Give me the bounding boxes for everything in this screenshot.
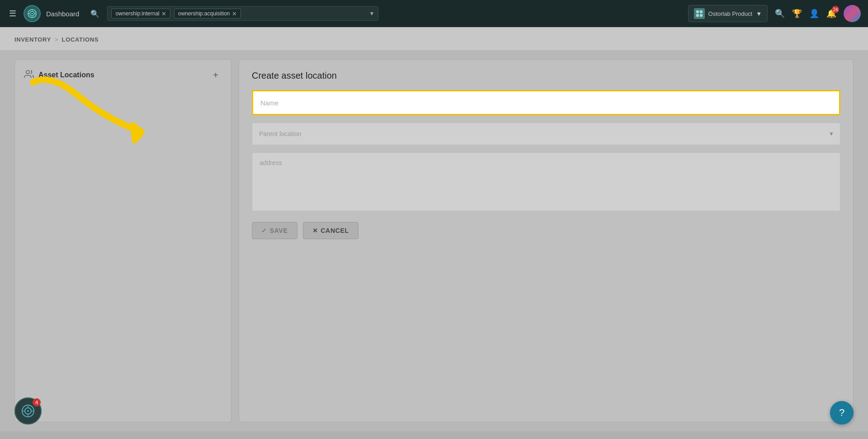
create-asset-location-panel: Create asset location ▼ Parent location … <box>239 59 854 422</box>
filter-tag-label: ownership:acquisition <box>178 10 230 17</box>
svg-rect-10 <box>700 14 703 17</box>
app-logo <box>24 5 41 22</box>
address-field-container <box>252 152 840 213</box>
svg-point-2 <box>32 13 33 14</box>
topnav-right-section: Ostorlab Product ▼ 🔍 🏆 👤 🔔 24 <box>688 5 861 22</box>
asset-locations-icon <box>24 69 34 81</box>
topnav-notifications-button[interactable]: 🔔 24 <box>826 9 836 19</box>
filter-tag-ownership-acquisition[interactable]: ownership:acquisition ✕ <box>174 9 241 19</box>
name-input[interactable] <box>252 90 840 115</box>
top-navigation: ☰ Dashboard 🔍 ownership:internal ✕ owner… <box>0 0 868 27</box>
left-panel-header: Asset Locations + <box>24 69 222 81</box>
save-checkmark-icon: ✓ <box>261 227 267 234</box>
name-field-container <box>252 90 840 115</box>
breadcrumb-separator: > <box>55 36 58 43</box>
topnav-search-button[interactable]: 🔍 <box>775 9 785 19</box>
breadcrumb-locations[interactable]: LOCATIONS <box>62 36 99 43</box>
notification-badge: 24 <box>832 6 839 13</box>
hamburger-menu-icon[interactable]: ☰ <box>7 7 18 20</box>
filter-bar: ownership:internal ✕ ownership:acquisiti… <box>107 6 378 21</box>
asset-locations-title: Asset Locations <box>38 71 94 79</box>
main-content: Asset Locations + Create asset location … <box>0 50 868 431</box>
add-asset-location-button[interactable]: + <box>209 69 222 81</box>
product-selector[interactable]: Ostorlab Product ▼ <box>688 5 768 22</box>
product-icon <box>694 8 705 19</box>
global-search-icon[interactable]: 🔍 <box>88 7 102 20</box>
asset-locations-panel: Asset Locations + <box>14 59 231 422</box>
cancel-x-icon: ✕ <box>312 227 318 234</box>
filter-tag-ownership-internal[interactable]: ownership:internal ✕ <box>111 9 170 19</box>
breadcrumb-inventory[interactable]: INVENTORY <box>14 36 51 43</box>
svg-rect-9 <box>696 14 699 17</box>
user-avatar[interactable] <box>844 5 861 22</box>
svg-point-11 <box>26 70 29 73</box>
parent-location-field-container: ▼ Parent location <box>252 123 840 145</box>
svg-rect-7 <box>696 10 699 13</box>
parent-location-select[interactable] <box>252 123 840 145</box>
svg-point-15 <box>27 410 29 412</box>
bottom-left-app-badge[interactable]: 4 <box>14 397 42 425</box>
topnav-trophy-icon[interactable]: 🏆 <box>792 9 802 19</box>
create-asset-location-title: Create asset location <box>252 71 840 81</box>
save-label: SAVE <box>270 227 288 234</box>
topnav-contacts-icon[interactable]: 👤 <box>809 9 819 19</box>
save-button[interactable]: ✓ SAVE <box>252 222 297 239</box>
filter-tag-remove-icon[interactable]: ✕ <box>161 11 166 17</box>
svg-rect-8 <box>700 10 703 13</box>
filter-tag-remove-icon[interactable]: ✕ <box>232 11 237 17</box>
help-button[interactable]: ? <box>830 401 854 425</box>
left-panel-title-row: Asset Locations <box>24 69 94 81</box>
arrow-annotation <box>6 69 187 195</box>
address-textarea[interactable] <box>252 152 840 211</box>
dashboard-link[interactable]: Dashboard <box>46 10 79 18</box>
cancel-button[interactable]: ✕ CANCEL <box>303 222 359 239</box>
bottom-badge-count: 4 <box>33 398 41 406</box>
breadcrumb: INVENTORY > LOCATIONS <box>0 27 868 50</box>
product-selector-arrow-icon: ▼ <box>756 10 762 17</box>
svg-marker-12 <box>130 123 142 139</box>
filter-tag-label: ownership:internal <box>115 10 159 17</box>
cancel-label: CANCEL <box>321 227 349 234</box>
filter-dropdown-arrow-icon[interactable]: ▼ <box>369 10 375 17</box>
product-name-label: Ostorlab Product <box>708 10 753 17</box>
form-actions: ✓ SAVE ✕ CANCEL <box>252 222 840 239</box>
